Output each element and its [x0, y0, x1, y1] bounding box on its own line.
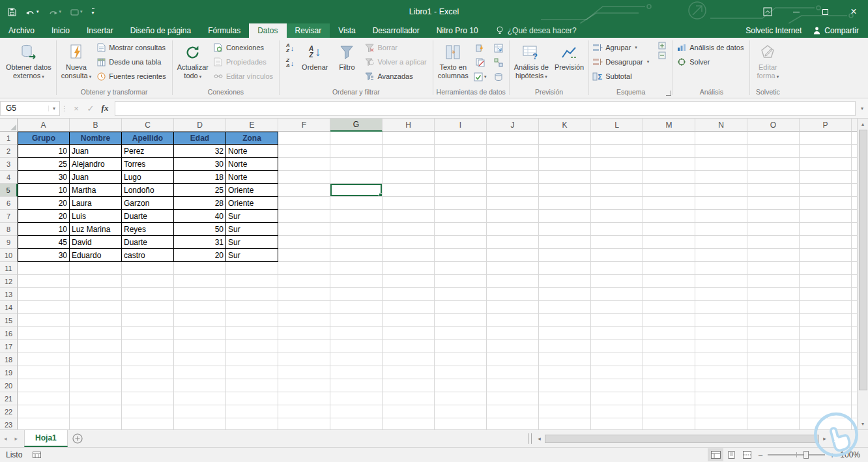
cell-J20[interactable]: [487, 379, 539, 392]
cell-N9[interactable]: [695, 236, 747, 249]
cell-N12[interactable]: [695, 275, 747, 288]
cell-M19[interactable]: [643, 366, 695, 379]
cell-O9[interactable]: [747, 236, 800, 249]
cell-P3[interactable]: [800, 158, 852, 171]
cell-D13[interactable]: [174, 288, 226, 301]
cell-J7[interactable]: [487, 210, 539, 223]
cell-H5[interactable]: [383, 184, 435, 197]
custom-tool-button[interactable]: ▾: [70, 8, 83, 16]
select-all-button[interactable]: [0, 119, 18, 132]
tab-desarrollador[interactable]: Desarrollador: [364, 23, 428, 38]
cell-L15[interactable]: [591, 314, 643, 327]
cell-E8[interactable]: Sur: [226, 223, 278, 236]
cell-K8[interactable]: [539, 223, 591, 236]
validacion-de-datos-button[interactable]: ▾: [472, 70, 489, 84]
desde-una-tabla-button[interactable]: Desde una tabla: [94, 55, 169, 69]
row-header-11[interactable]: 11: [0, 262, 18, 275]
nueva-consulta-button[interactable]: Nuevaconsulta▾: [59, 40, 94, 81]
cell-I19[interactable]: [435, 366, 487, 379]
cell-A11[interactable]: [18, 262, 70, 275]
column-header-F[interactable]: F: [278, 119, 330, 132]
editar-forma-button[interactable]: Editarforma▾: [752, 40, 783, 81]
row-header-20[interactable]: 20: [0, 379, 18, 392]
sheet-tab-hoja1[interactable]: Hoja1: [24, 430, 68, 447]
cell-P12[interactable]: [800, 275, 852, 288]
cell-F8[interactable]: [278, 223, 330, 236]
analisis-de-hipotesis-button[interactable]: ? Análisis dehipótesis▾: [512, 40, 551, 81]
cell-M3[interactable]: [643, 158, 695, 171]
cell-N17[interactable]: [695, 340, 747, 353]
column-header-L[interactable]: L: [591, 119, 643, 132]
column-header-M[interactable]: M: [643, 119, 695, 132]
cell-J8[interactable]: [487, 223, 539, 236]
actualizar-todo-button[interactable]: Actualizartodo▾: [175, 40, 211, 81]
cell-K21[interactable]: [539, 392, 591, 405]
cell-A9[interactable]: 45: [18, 236, 70, 249]
scroll-down-icon[interactable]: ▾: [861, 418, 864, 429]
cell-C18[interactable]: [122, 353, 174, 366]
cell-K19[interactable]: [539, 366, 591, 379]
cell-B23[interactable]: [70, 418, 122, 429]
cell-N15[interactable]: [695, 314, 747, 327]
cell-I7[interactable]: [435, 210, 487, 223]
column-header-I[interactable]: I: [435, 119, 487, 132]
cell-C10[interactable]: castro: [122, 249, 174, 262]
cell-L1[interactable]: [591, 132, 643, 145]
cell-G22[interactable]: [330, 405, 383, 418]
cell-F10[interactable]: [278, 249, 330, 262]
cell-K22[interactable]: [539, 405, 591, 418]
ocultar-detalle-button[interactable]: [654, 51, 671, 59]
cell-M1[interactable]: [643, 132, 695, 145]
cell-I5[interactable]: [435, 184, 487, 197]
cell-G16[interactable]: [330, 327, 383, 340]
cell-B8[interactable]: Luz Marina: [70, 223, 122, 236]
cell-P6[interactable]: [800, 197, 852, 210]
cell-I14[interactable]: [435, 301, 487, 314]
redo-button[interactable]: ▾: [48, 8, 62, 16]
cell-J13[interactable]: [487, 288, 539, 301]
column-header-B[interactable]: B: [70, 119, 122, 132]
cell-H7[interactable]: [383, 210, 435, 223]
row-header-4[interactable]: 4: [0, 171, 18, 184]
cell-D5[interactable]: 25: [174, 184, 226, 197]
cell-O11[interactable]: [747, 262, 800, 275]
row-header-18[interactable]: 18: [0, 353, 18, 366]
cell-I8[interactable]: [435, 223, 487, 236]
cell-A14[interactable]: [18, 301, 70, 314]
name-box-caret-icon[interactable]: ▾: [48, 106, 59, 111]
tab-formulas[interactable]: Fórmulas: [199, 23, 249, 38]
cell-H19[interactable]: [383, 366, 435, 379]
cell-B3[interactable]: Alejandro: [70, 158, 122, 171]
cell-E14[interactable]: [226, 301, 278, 314]
row-header-15[interactable]: 15: [0, 314, 18, 327]
cell-B16[interactable]: [70, 327, 122, 340]
cell-B11[interactable]: [70, 262, 122, 275]
cell-D12[interactable]: [174, 275, 226, 288]
column-header-C[interactable]: C: [122, 119, 174, 132]
cell-L21[interactable]: [591, 392, 643, 405]
cell-K4[interactable]: [539, 171, 591, 184]
column-header-G[interactable]: G: [330, 119, 383, 132]
cell-K9[interactable]: [539, 236, 591, 249]
cell-K5[interactable]: [539, 184, 591, 197]
cell-L22[interactable]: [591, 405, 643, 418]
cell-D2[interactable]: 32: [174, 145, 226, 158]
cell-H11[interactable]: [383, 262, 435, 275]
cell-G14[interactable]: [330, 301, 383, 314]
cell-G13[interactable]: [330, 288, 383, 301]
cell-P18[interactable]: [800, 353, 852, 366]
cell-I13[interactable]: [435, 288, 487, 301]
cell-J18[interactable]: [487, 353, 539, 366]
cell-N18[interactable]: [695, 353, 747, 366]
cell-O4[interactable]: [747, 171, 800, 184]
cell-G1[interactable]: [330, 132, 383, 145]
cell-A6[interactable]: 20: [18, 197, 70, 210]
sheet-nav-right-icon[interactable]: ▸: [11, 435, 22, 442]
cell-D20[interactable]: [174, 379, 226, 392]
cell-A10[interactable]: 30: [18, 249, 70, 262]
cell-M16[interactable]: [643, 327, 695, 340]
cell-G23[interactable]: [330, 418, 383, 429]
cell-P1[interactable]: [800, 132, 852, 145]
cell-J9[interactable]: [487, 236, 539, 249]
cell-O2[interactable]: [747, 145, 800, 158]
